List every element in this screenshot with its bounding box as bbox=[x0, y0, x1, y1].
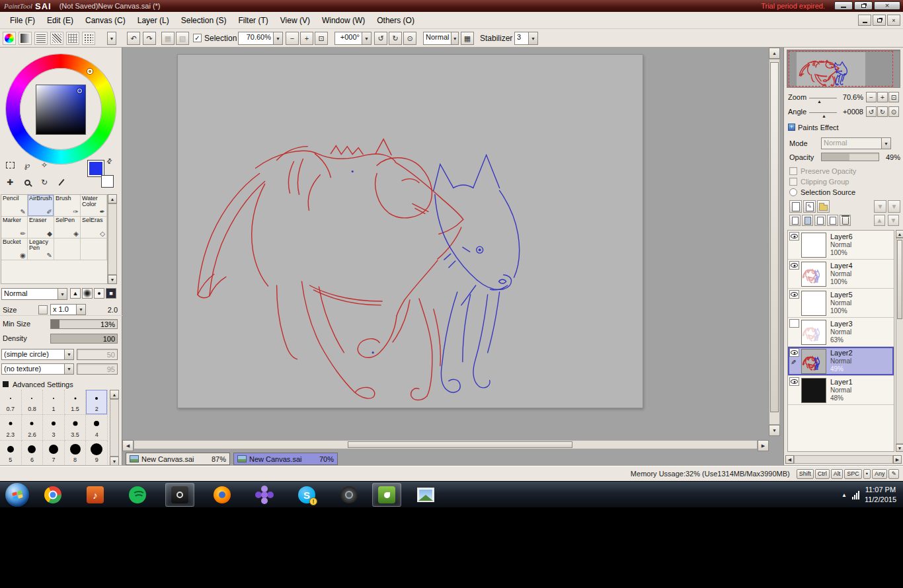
min-size-slider[interactable]: 13% bbox=[50, 319, 118, 329]
brush-size-preset[interactable]: 2.6 bbox=[22, 415, 44, 440]
brush-tool-cell[interactable]: AirBrush ✐ bbox=[28, 195, 54, 217]
taskbar-media-app[interactable]: ♪ bbox=[81, 483, 110, 507]
canvas-scroll-left-button[interactable]: ◀ bbox=[122, 440, 134, 451]
brush-size-preset[interactable]: 3.5 bbox=[65, 415, 87, 440]
brush-size-preset[interactable]: 2.3 bbox=[0, 415, 22, 440]
copy-layer-button[interactable] bbox=[814, 215, 826, 226]
layer-row[interactable]: ✎ Layer5 Normal 100% bbox=[788, 289, 894, 318]
size-unit-button[interactable] bbox=[38, 305, 48, 314]
brush-tool-cell[interactable]: Pencil ✎ bbox=[1, 195, 28, 217]
restore-button[interactable] bbox=[854, 1, 873, 10]
move-tool[interactable]: ✚ bbox=[3, 176, 17, 189]
brush-blend-dropdown-icon[interactable]: ▼ bbox=[58, 289, 67, 299]
brush-size-preset[interactable]: 4 bbox=[86, 415, 108, 440]
view-extra-button[interactable]: ▦ bbox=[461, 32, 474, 45]
layer-down-button[interactable]: ▼ bbox=[888, 215, 899, 226]
layer-visibility-toggle[interactable] bbox=[789, 232, 799, 240]
network-icon[interactable] bbox=[852, 491, 859, 499]
document-tab[interactable]: New Canvas.sai 87% bbox=[126, 453, 230, 465]
document-tab[interactable]: New Canvas.sai 70% bbox=[233, 453, 338, 465]
rotate-ccw-button[interactable]: ↺ bbox=[374, 32, 387, 45]
zoom-out-button[interactable]: − bbox=[286, 32, 299, 45]
toolgrid-scrollbar[interactable] bbox=[108, 203, 117, 275]
brush-tool-cell[interactable]: SelEras ◇ bbox=[81, 217, 107, 239]
minimize-button[interactable] bbox=[834, 1, 853, 10]
magic-wand-tool[interactable]: ✧ bbox=[37, 159, 52, 172]
close-button[interactable]: × bbox=[874, 1, 900, 10]
brush-blend-mode-combo[interactable]: Normal ▼ bbox=[1, 288, 67, 300]
angle-slider-marker[interactable]: ▲ bbox=[822, 114, 826, 118]
stabilizer-dropdown-icon[interactable]: ▼ bbox=[528, 32, 537, 44]
rotate-view-tool[interactable]: ↻ bbox=[37, 176, 52, 189]
brush-tool-cell[interactable]: Marker ✏ bbox=[1, 217, 28, 239]
layers-scrollbar[interactable] bbox=[896, 238, 903, 444]
canvas-vertical-scrollbar[interactable] bbox=[769, 59, 780, 425]
brush-size-preset[interactable]: 9 bbox=[86, 441, 108, 466]
layer-visibility-toggle[interactable] bbox=[789, 261, 799, 270]
brush-size-preset[interactable]: 6 bbox=[22, 441, 44, 466]
menu-item[interactable]: Layer (L) bbox=[132, 13, 175, 28]
rotate-cw-button[interactable]: ↻ bbox=[389, 32, 402, 45]
nav-zoom-reset-button[interactable]: ⊡ bbox=[888, 92, 899, 102]
nav-angle-reset-button[interactable]: ⊙ bbox=[888, 106, 899, 117]
layer-visibility-toggle[interactable] bbox=[789, 319, 799, 328]
menu-item[interactable]: Window (W) bbox=[316, 13, 371, 28]
fill-layer-button[interactable] bbox=[802, 215, 813, 226]
layer-row[interactable]: ✎ Layer2 Normal 49% bbox=[788, 347, 894, 376]
menu-item[interactable]: View (V) bbox=[274, 13, 316, 28]
layer-up-button[interactable]: ▲ bbox=[874, 215, 885, 226]
layers-scroll-down-button[interactable]: ▼ bbox=[896, 444, 903, 452]
taskbar-spotify[interactable] bbox=[123, 483, 152, 507]
angle-reset-button[interactable]: ⊙ bbox=[403, 32, 416, 45]
taskbar-photo-viewer[interactable] bbox=[411, 483, 440, 507]
panel-dropdown-button[interactable]: ▼ bbox=[107, 32, 116, 45]
taskbar-green-app[interactable] bbox=[372, 483, 401, 507]
size-unit-dropdown-icon[interactable]: ▼ bbox=[76, 305, 85, 314]
preserve-opacity-checkbox[interactable] bbox=[789, 167, 797, 175]
brush-tool-cell[interactable]: Legacy Pen ✎ bbox=[28, 239, 54, 260]
brush-tool-cell[interactable]: SelPen ◈ bbox=[54, 217, 81, 239]
angle-combo[interactable]: +000° ▼ bbox=[334, 32, 372, 45]
deselect-button[interactable]: ▦ bbox=[161, 32, 175, 45]
brush-size-preset[interactable]: 1.5 bbox=[65, 390, 87, 415]
layers-scroll-thumb[interactable] bbox=[897, 240, 902, 319]
brush-shape-combo[interactable]: (simple circle) ▼ bbox=[1, 349, 74, 360]
nav-zoom-in-button[interactable]: + bbox=[877, 92, 888, 102]
paste-layer-button[interactable] bbox=[827, 215, 838, 226]
canvas-scroll-down-button[interactable]: ▼ bbox=[769, 425, 780, 436]
angle-dropdown-icon[interactable]: ▼ bbox=[362, 32, 371, 44]
menu-item[interactable]: Others (O) bbox=[371, 13, 420, 28]
canvas-horizontal-scroll-thumb[interactable] bbox=[348, 441, 572, 448]
navigator-view-rectangle[interactable] bbox=[789, 51, 893, 87]
size-unit-combo[interactable]: x 1.0 ▼ bbox=[50, 304, 86, 315]
canvas-scroll-right-button[interactable]: ▶ bbox=[758, 440, 769, 451]
zoom-in-button[interactable]: + bbox=[300, 32, 313, 45]
scratchpad-toggle-button[interactable] bbox=[82, 32, 95, 45]
layer-visibility-toggle[interactable] bbox=[789, 377, 799, 386]
selection-checkbox[interactable]: ✓ bbox=[193, 34, 202, 42]
layer-row[interactable]: ✎ Layer1 Normal 48% bbox=[788, 376, 894, 405]
taskbar-dark-player[interactable] bbox=[165, 483, 194, 507]
taskbar-clock[interactable]: 11:07 PM 11/2/2015 bbox=[865, 485, 896, 505]
layer-mode-combo[interactable]: Normal ▼ bbox=[821, 137, 891, 149]
brush-size-preset[interactable]: 0.7 bbox=[0, 390, 22, 415]
clipping-group-checkbox[interactable] bbox=[789, 178, 797, 186]
brush-tip-square-button[interactable]: ■ bbox=[106, 288, 116, 299]
layer-visibility-toggle[interactable] bbox=[789, 290, 799, 299]
menu-item[interactable]: Canvas (C) bbox=[79, 13, 132, 28]
layer-visibility-toggle[interactable] bbox=[789, 348, 799, 357]
brush-shape-strength[interactable]: 50 bbox=[77, 349, 118, 360]
swatches-toggle-button[interactable] bbox=[66, 32, 79, 45]
canvas-scroll-up-button[interactable]: ▲ bbox=[769, 48, 780, 59]
brush-texture-dropdown-icon[interactable]: ▼ bbox=[64, 364, 73, 374]
brush-size-preset[interactable]: 3 bbox=[43, 415, 65, 440]
brush-tool-cell[interactable]: Eraser ◆ bbox=[28, 217, 54, 239]
hsv-slider-toggle-button[interactable] bbox=[34, 32, 48, 45]
zoom-tool[interactable] bbox=[20, 176, 34, 189]
preset-scroll-down-button[interactable]: ▼ bbox=[110, 457, 119, 466]
brush-size-preset[interactable]: 7 bbox=[43, 441, 65, 466]
layers-hscroll-right-button[interactable]: ▶ bbox=[893, 455, 902, 464]
brush-texture-combo[interactable]: (no texture) ▼ bbox=[1, 363, 74, 375]
brush-size-preset[interactable]: 8 bbox=[65, 441, 87, 466]
brush-texture-strength[interactable]: 95 bbox=[77, 363, 118, 375]
